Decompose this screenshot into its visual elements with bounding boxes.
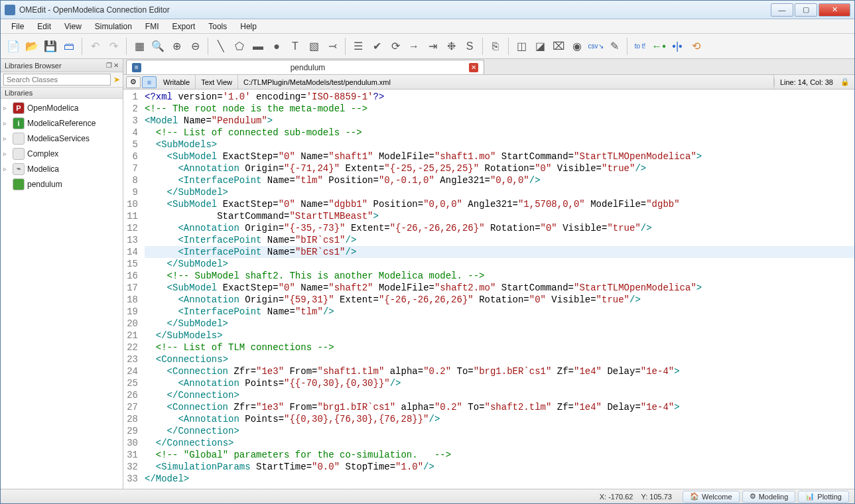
check-model-icon[interactable]: ☰	[350, 38, 367, 55]
code-line-20[interactable]: </SubModel>	[145, 318, 854, 330]
code-line-26[interactable]: </Connection>	[145, 389, 854, 401]
bitmap-icon[interactable]: ▧	[305, 38, 322, 55]
text-icon[interactable]: T	[287, 38, 304, 55]
code-line-17[interactable]: <SubModel ExactStep="0" Name="shaft2" Mo…	[145, 282, 854, 294]
code-line-28[interactable]: <Annotation Points="{{0,30},{76,30},{76,…	[145, 413, 854, 425]
plotting-button[interactable]: 📊Plotting	[798, 491, 849, 503]
instantiate-icon[interactable]: ⟳	[387, 38, 404, 55]
export-fmu-icon[interactable]: ⎘	[487, 38, 504, 55]
menu-export[interactable]: Export	[166, 21, 202, 32]
text-view-icon[interactable]: ≡	[142, 76, 157, 88]
tree-item-modelicareference[interactable]: ▹iModelicaReference	[1, 115, 123, 131]
code-line-6[interactable]: <SubModel ExactStep="0" Name="shaft1" Mo…	[145, 151, 854, 162]
clear-icon[interactable]: ✎	[606, 38, 623, 55]
undock-icon[interactable]: ❐	[106, 62, 112, 69]
zoom-reset-icon[interactable]: 🔍	[149, 38, 166, 55]
libraries-tree[interactable]: ▹POpenModelica▹iModelicaReference▹Modeli…	[1, 99, 123, 489]
code-line-15[interactable]: </SubModel>	[145, 258, 854, 270]
code-line-18[interactable]: <Annotation Origin="{59,31}" Extent="{-2…	[145, 294, 854, 306]
menu-help[interactable]: Help	[233, 21, 263, 32]
modeling-button[interactable]: ⚙Modeling	[742, 491, 796, 503]
code-line-13[interactable]: <InterfacePoint Name="bIR`cs1"/>	[145, 234, 854, 246]
code-content[interactable]: <?xml version='1.0' encoding='ISO-8859-1…	[142, 90, 854, 489]
tree-item-openmodelica[interactable]: ▹POpenModelica	[1, 100, 123, 115]
tlm-connect-icon[interactable]: ←•	[650, 38, 667, 55]
maximize-button[interactable]: ▢	[795, 3, 817, 17]
code-line-1[interactable]: <?xml version='1.0' encoding='ISO-8859-1…	[145, 91, 854, 103]
code-line-3[interactable]: <Model Name="Pendulum">	[145, 115, 854, 127]
sidebar-close-icon[interactable]: ✕	[113, 62, 119, 69]
app-icon	[5, 5, 15, 15]
tab-close-icon[interactable]: ✕	[469, 63, 478, 72]
code-line-14[interactable]: <InterfacePoint Name="bER`cs1"/>	[145, 246, 854, 258]
code-line-16[interactable]: <!-- SubModel shaft2. This is another Mo…	[145, 270, 854, 282]
code-line-12[interactable]: <Annotation Origin="{-35,-73}" Extent="{…	[145, 222, 854, 234]
menu-view[interactable]: View	[58, 21, 88, 32]
line-icon[interactable]: ╲	[212, 38, 230, 55]
code-line-24[interactable]: <Connection Zfr="1e3" From="shaft1.tlm" …	[145, 365, 854, 377]
polygon-icon[interactable]: ⬠	[231, 38, 248, 55]
diagram-view-icon[interactable]: ⚙	[126, 76, 141, 88]
simulate-opt-icon[interactable]: ⇥	[424, 38, 441, 55]
tlm-sim-icon[interactable]: to t!	[631, 38, 649, 55]
code-line-29[interactable]: </Connection>	[145, 425, 854, 437]
code-line-27[interactable]: <Connection Zfr="1e3" From="brg1.bIR`cs1…	[145, 401, 854, 413]
menu-tools[interactable]: Tools	[202, 21, 233, 32]
save-icon[interactable]: 💾	[42, 38, 59, 55]
code-line-23[interactable]: <Connections>	[145, 353, 854, 365]
tree-item-pendulum[interactable]: pendulum	[1, 176, 123, 192]
s-icon[interactable]: S	[461, 38, 478, 55]
tab-pendulum[interactable]: ≡ pendulum ✕	[126, 60, 484, 74]
code-line-22[interactable]: <!-- List of TLM connections -->	[145, 342, 854, 353]
zoom-in-icon[interactable]: ⊕	[168, 38, 185, 55]
code-line-21[interactable]: </SubModels>	[145, 330, 854, 342]
code-line-10[interactable]: <SubModel ExactStep="0" Name="dgbb1" Pos…	[145, 198, 854, 210]
code-line-8[interactable]: <InterfacePoint Name="tlm" Position="0,-…	[145, 174, 854, 186]
simulate-ani-icon[interactable]: ❉	[442, 38, 460, 55]
minimize-button[interactable]: —	[771, 3, 793, 17]
new-file-icon[interactable]: 📄	[5, 38, 22, 55]
clear-plot-icon[interactable]: ⌧	[550, 38, 567, 55]
new-plot-icon[interactable]: ◫	[513, 38, 530, 55]
spiral-icon[interactable]: ◉	[568, 38, 586, 55]
menu-edit[interactable]: Edit	[31, 21, 58, 32]
search-go-icon[interactable]: ➤	[113, 75, 120, 84]
code-line-11[interactable]: StartCommand="StartTLMBeast">	[145, 210, 854, 222]
simulate-icon[interactable]: →	[405, 38, 423, 55]
tlm-disconnect-icon[interactable]: •|•	[669, 38, 686, 55]
refresh-icon[interactable]: ⟲	[687, 38, 704, 55]
open-file-icon[interactable]: 📂	[23, 38, 40, 55]
undo-icon[interactable]: ↶	[86, 38, 103, 55]
grid-icon[interactable]: ▦	[131, 38, 148, 55]
code-line-30[interactable]: </Connections>	[145, 437, 854, 449]
code-line-9[interactable]: </SubModel>	[145, 186, 854, 198]
redo-icon[interactable]: ↷	[105, 38, 122, 55]
connect-icon[interactable]: ⤙	[324, 38, 341, 55]
code-line-31[interactable]: <!-- "Global" parameters for the co-simu…	[145, 449, 854, 461]
code-line-33[interactable]: </Model>	[145, 473, 854, 485]
rect-icon[interactable]: ▬	[249, 38, 267, 55]
code-line-5[interactable]: <SubModels>	[145, 139, 854, 151]
close-button[interactable]: ✕	[819, 3, 850, 17]
check-ok-icon[interactable]: ✔	[368, 38, 385, 55]
code-line-19[interactable]: <InterfacePoint Name="tlm"/>	[145, 306, 854, 318]
welcome-button[interactable]: 🏠Welcome	[683, 491, 740, 503]
code-line-2[interactable]: <!-- The root node is the meta-model -->	[145, 103, 854, 115]
tree-item-modelica[interactable]: ▹⌁Modelica	[1, 161, 123, 176]
menu-fmi[interactable]: FMI	[139, 21, 166, 32]
code-editor[interactable]: 1234567891011121314151617181920212223242…	[123, 90, 854, 489]
code-line-4[interactable]: <!-- List of connected sub-models -->	[145, 127, 854, 139]
menu-file[interactable]: File	[5, 21, 31, 32]
code-line-32[interactable]: <SimulationParams StartTime="0.0" StopTi…	[145, 461, 854, 473]
tree-item-modelicaservices[interactable]: ▹ModelicaServices	[1, 131, 123, 146]
export-csv-icon[interactable]: csv↘	[587, 38, 604, 55]
zoom-out-icon[interactable]: ⊖	[186, 38, 204, 55]
new-parametric-icon[interactable]: ◪	[531, 38, 549, 55]
search-input[interactable]	[3, 74, 111, 86]
menu-simulation[interactable]: Simulation	[88, 21, 139, 32]
code-line-25[interactable]: <Annotation Points="{{-70,30},{0,30}}"/>	[145, 377, 854, 389]
tree-item-complex[interactable]: ▹Complex	[1, 146, 123, 161]
ellipse-icon[interactable]: ●	[268, 38, 285, 55]
code-line-7[interactable]: <Annotation Origin="{-71,24}" Extent="{-…	[145, 162, 854, 174]
save-all-icon[interactable]: 🗃	[60, 38, 78, 55]
